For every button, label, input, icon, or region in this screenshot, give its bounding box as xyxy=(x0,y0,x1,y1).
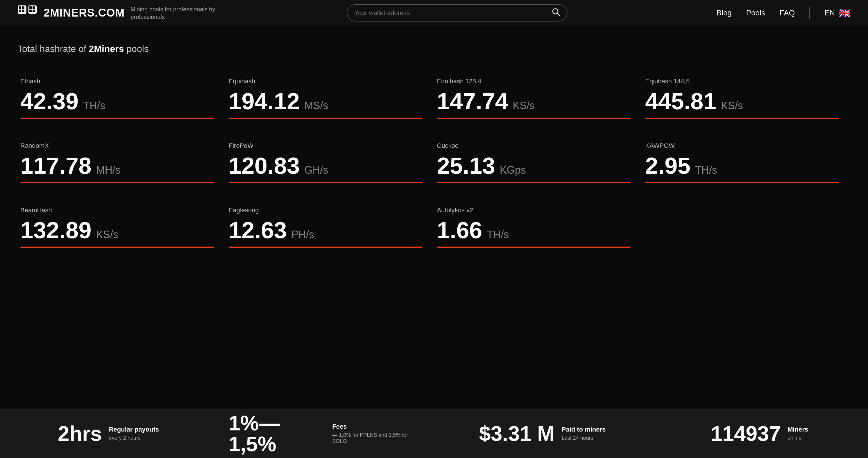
footer-cell-1: 1%—1,5% Fees — 1,0% for PPLNS and 1,5% f… xyxy=(217,409,434,458)
svg-rect-3 xyxy=(19,9,21,12)
tagline: Mining pools for professionals by profes… xyxy=(130,5,215,21)
stat-bar xyxy=(229,118,423,119)
site-header: 2MINERS.COM Mining pools for professiona… xyxy=(0,0,868,26)
stats-container: Ethash 42.39 TH/s Equihash 194.12 MS/s E… xyxy=(18,69,850,256)
footer-label: Fees xyxy=(332,423,422,430)
nav-blog[interactable]: Blog xyxy=(717,8,732,18)
stat-value-row: 117.78 MH/s xyxy=(20,154,214,177)
stat-card-2-3 xyxy=(642,198,850,256)
search-box[interactable] xyxy=(347,4,567,22)
stat-value-row: 12.63 PH/s xyxy=(229,219,423,242)
stat-label: KAWPOW xyxy=(645,142,839,150)
stat-value: 42.39 xyxy=(20,90,79,113)
stat-label: Cuckoo xyxy=(437,142,631,150)
footer-sublabel: — 1,0% for PPLNS and 1,5% for SOLO xyxy=(332,432,422,444)
nav-pools[interactable]: Pools xyxy=(746,8,765,18)
footer-text-group: Paid to miners Last 24 hours xyxy=(562,426,606,441)
search-icon xyxy=(552,8,560,16)
stat-bar xyxy=(645,118,839,119)
footer-sublabel: online xyxy=(787,435,808,441)
footer-text-group: Fees — 1,0% for PPLNS and 1,5% for SOLO xyxy=(332,423,422,444)
stat-label: Equihash 144,5 xyxy=(645,77,839,85)
footer-sublabel: Last 24 hours xyxy=(562,435,606,441)
search-area xyxy=(215,4,699,22)
svg-line-11 xyxy=(557,13,559,15)
stat-unit: GH/s xyxy=(304,164,328,176)
footer-cell-2: $3.31 M Paid to miners Last 24 hours xyxy=(434,409,651,458)
flag-icon: 🇬🇧 xyxy=(839,7,850,19)
footer-bar: 2hrs Regular payouts every 2 hours 1%—1,… xyxy=(0,408,868,458)
stat-value: 445.81 xyxy=(645,90,716,113)
stat-bar xyxy=(437,118,631,119)
footer-text-group: Regular payouts every 2 hours xyxy=(109,426,159,441)
stat-card-1-1: FiroPoW 120.83 GH/s xyxy=(226,133,434,192)
stat-unit: TH/s xyxy=(695,164,717,176)
stat-value-row: 2.95 TH/s xyxy=(645,154,839,177)
stat-bar xyxy=(20,182,214,183)
stat-card-2-0: BeamHash 132.89 KS/s xyxy=(18,198,226,256)
svg-rect-4 xyxy=(22,9,24,12)
footer-label: Regular payouts xyxy=(109,426,159,433)
stat-value: 1.66 xyxy=(437,219,483,242)
stat-unit: KGps xyxy=(500,164,526,176)
main-content: Total hashrate of 2Miners pools Ethash 4… xyxy=(0,26,868,256)
logo-text: 2MINERS.COM xyxy=(43,7,125,19)
stat-card-0-1: Equihash 194.12 MS/s xyxy=(226,69,434,128)
search-button[interactable] xyxy=(552,8,560,18)
logo-icon xyxy=(18,5,38,21)
footer-cell-3: 114937 Miners online xyxy=(651,409,868,458)
footer-big-value: $3.31 M xyxy=(479,423,555,444)
stat-value: 25.13 xyxy=(437,154,495,177)
footer-label: Paid to miners xyxy=(562,426,606,433)
footer-sublabel: every 2 hours xyxy=(109,435,159,441)
stat-value-row: 445.81 KS/s xyxy=(645,90,839,113)
stat-card-0-3: Equihash 144,5 445.81 KS/s xyxy=(642,69,850,128)
stats-row-3: BeamHash 132.89 KS/s Eaglesong 12.63 PH/… xyxy=(18,198,850,256)
svg-rect-1 xyxy=(19,6,21,9)
stat-unit: KS/s xyxy=(513,100,535,112)
stat-label: Equihash xyxy=(229,77,423,85)
svg-rect-2 xyxy=(22,6,24,9)
stat-bar xyxy=(229,247,423,248)
footer-text-group: Miners online xyxy=(787,426,808,441)
stat-bar xyxy=(437,247,631,248)
footer-cell-0: 2hrs Regular payouts every 2 hours xyxy=(0,409,217,458)
stat-card-2-1: Eaglesong 12.63 PH/s xyxy=(226,198,434,256)
stat-value: 132.89 xyxy=(20,219,92,242)
stat-unit: KS/s xyxy=(96,229,118,241)
stat-unit: PH/s xyxy=(291,229,314,241)
language-selector[interactable]: EN 🇬🇧 xyxy=(825,7,850,19)
nav-divider xyxy=(809,7,810,19)
stats-row-1: Ethash 42.39 TH/s Equihash 194.12 MS/s E… xyxy=(18,69,850,128)
stat-label: Equihash 125,4 xyxy=(437,77,631,85)
stat-value: 147.74 xyxy=(437,90,508,113)
stat-card-1-2: Cuckoo 25.13 KGps xyxy=(434,133,643,192)
stat-unit: TH/s xyxy=(487,229,509,241)
section-title: Total hashrate of 2Miners pools xyxy=(18,43,850,54)
stat-card-2-2: Autolykos v2 1.66 TH/s xyxy=(434,198,643,256)
stat-bar xyxy=(229,182,423,183)
stat-label: FiroPoW xyxy=(229,142,423,150)
svg-rect-9 xyxy=(33,9,35,12)
stat-bar xyxy=(20,247,214,248)
footer-big-value: 114937 xyxy=(711,423,780,444)
svg-rect-6 xyxy=(29,6,32,9)
footer-big-value: 2hrs xyxy=(58,423,102,444)
stat-unit: MH/s xyxy=(96,164,121,176)
stat-card-0-2: Equihash 125,4 147.74 KS/s xyxy=(434,69,643,128)
wallet-search-input[interactable] xyxy=(354,9,552,17)
stat-unit: MS/s xyxy=(304,100,328,112)
stat-value: 2.95 xyxy=(645,154,690,177)
nav-faq[interactable]: FAQ xyxy=(780,8,795,18)
stat-label: BeamHash xyxy=(20,206,214,214)
footer-label: Miners xyxy=(787,426,808,433)
stat-card-0-0: Ethash 42.39 TH/s xyxy=(18,69,226,128)
stat-card-1-0: RandomX 117.78 MH/s xyxy=(18,133,226,192)
stat-label: Ethash xyxy=(20,77,214,85)
main-nav: Blog Pools FAQ EN 🇬🇧 xyxy=(717,7,850,19)
stat-unit: TH/s xyxy=(83,100,105,112)
stat-value-row: 120.83 GH/s xyxy=(229,154,423,177)
stat-label: Autolykos v2 xyxy=(437,206,631,214)
footer-big-value: 1%—1,5% xyxy=(229,413,326,455)
stat-value: 120.83 xyxy=(229,154,300,177)
